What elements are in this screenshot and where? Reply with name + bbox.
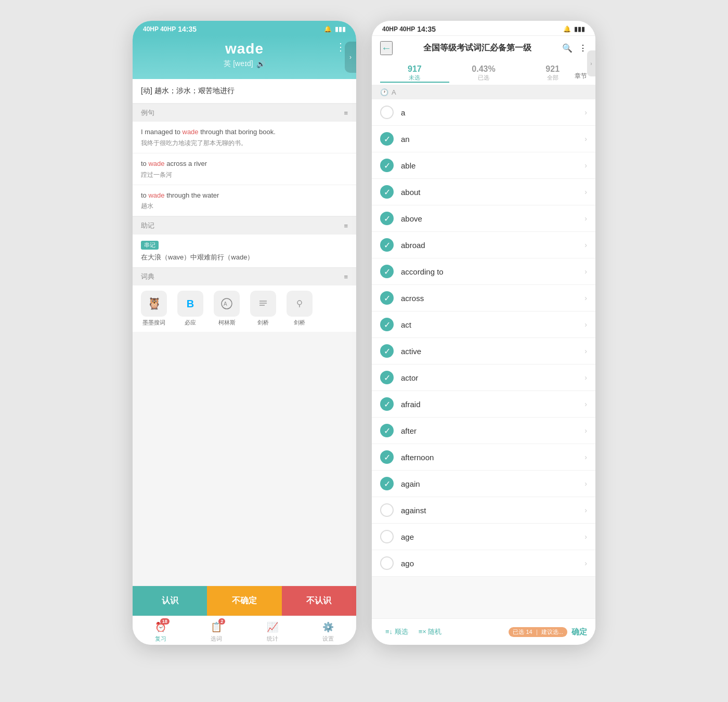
check-across[interactable]: ✓: [380, 291, 394, 305]
arrow-abroad: ›: [584, 241, 587, 249]
word-row-after[interactable]: ✓ after ›: [372, 418, 595, 444]
settings-icon: ⚙️: [321, 620, 335, 634]
nav-settings[interactable]: ⚙️ 设置: [301, 620, 357, 643]
section-a-label: A: [392, 88, 396, 96]
check-again[interactable]: ✓: [380, 477, 394, 490]
arrow-above: ›: [584, 214, 587, 223]
word-row-about[interactable]: ✓ about ›: [372, 179, 595, 205]
word-row-a[interactable]: a ›: [372, 99, 595, 126]
word-row-afraid[interactable]: ✓ afraid ›: [372, 391, 595, 418]
dict-item-cambridge2[interactable]: 剑桥: [287, 291, 313, 327]
word-about: about: [401, 188, 584, 197]
chapter-button[interactable]: 章节: [575, 72, 587, 81]
check-able[interactable]: ✓: [380, 159, 394, 172]
slide-right-arrow[interactable]: ›: [345, 42, 356, 73]
word-row-again[interactable]: ✓ again ›: [372, 471, 595, 497]
menu-icon[interactable]: ⋮: [579, 43, 587, 53]
word-row-afternoon[interactable]: ✓ afternoon ›: [372, 444, 595, 471]
check-about[interactable]: ✓: [380, 185, 394, 199]
check-active[interactable]: ✓: [380, 344, 394, 358]
dict-item-collins[interactable]: A 柯林斯: [214, 291, 240, 327]
battery-icon: ▮▮▮: [335, 25, 346, 33]
check-after[interactable]: ✓: [380, 424, 394, 437]
search-icon[interactable]: 🔍: [562, 43, 573, 53]
know-button[interactable]: 认识: [133, 586, 207, 616]
word-row-ago[interactable]: ago ›: [372, 550, 595, 577]
slide-right-arrow-right[interactable]: ›: [587, 50, 595, 76]
check-above[interactable]: ✓: [380, 212, 394, 225]
sound-icon[interactable]: 🔊: [256, 60, 265, 68]
word-active: active: [401, 347, 584, 356]
check-against[interactable]: [380, 503, 394, 517]
stat-selected-pct[interactable]: 0.43% 已选: [449, 64, 518, 83]
mnemonic-tag: 串记: [141, 241, 159, 250]
check-age[interactable]: [380, 530, 394, 543]
arrow-after: ›: [584, 426, 587, 435]
word-afternoon: afternoon: [401, 453, 584, 462]
right-title: 全国等级考试词汇必备第一级: [393, 43, 562, 54]
mnemonic-sort-icon[interactable]: ≡: [344, 222, 348, 230]
unknown-button[interactable]: 不认识: [282, 586, 356, 616]
random-button[interactable]: ≡× 随机: [413, 624, 447, 640]
wordlist-label: 选词: [211, 635, 222, 643]
dict-item-cambridge1[interactable]: 剑桥: [250, 291, 276, 327]
word-actor: actor: [401, 373, 584, 382]
word-age: age: [401, 532, 584, 541]
arrow-able: ›: [584, 161, 587, 170]
word-row-across[interactable]: ✓ across ›: [372, 285, 595, 311]
arrow-ago: ›: [584, 559, 587, 567]
dict-label: 词典: [141, 272, 154, 281]
check-according[interactable]: ✓: [380, 265, 394, 278]
section-header-a: 🕐 A: [372, 85, 595, 99]
examples-section-header: 例句 ≡: [133, 103, 356, 122]
stat-pct-label: 已选: [449, 74, 518, 82]
check-afternoon[interactable]: ✓: [380, 450, 394, 464]
word-across: across: [401, 294, 584, 303]
definition-box: [动] 趟水；涉水；艰苦地进行: [133, 79, 356, 103]
word-according: according to: [401, 267, 584, 276]
time-left: 14:35: [178, 25, 197, 33]
nav-wordlist[interactable]: 📋 2 选词: [189, 620, 245, 643]
check-a[interactable]: [380, 106, 394, 119]
word-row-act[interactable]: ✓ act ›: [372, 311, 595, 338]
check-abroad[interactable]: ✓: [380, 238, 394, 252]
word-against: against: [401, 506, 584, 515]
word-title: wade: [225, 41, 264, 57]
check-an[interactable]: ✓: [380, 132, 394, 146]
mnemonic-text: 在大浪（wave）中艰难前行（wade）: [141, 253, 348, 262]
menu-dots-icon[interactable]: ⋮: [335, 41, 346, 53]
sort-button[interactable]: ≡↓ 顺选: [380, 624, 413, 640]
word-row-able[interactable]: ✓ able ›: [372, 152, 595, 179]
word-row-against[interactable]: against ›: [372, 497, 595, 524]
check-actor[interactable]: ✓: [380, 371, 394, 384]
word-row-according[interactable]: ✓ according to ›: [372, 258, 595, 285]
stat-unselected[interactable]: 917 未选: [380, 64, 449, 83]
word-row-actor[interactable]: ✓ actor ›: [372, 365, 595, 391]
check-ago[interactable]: [380, 556, 394, 570]
definition-text: [动] 趟水；涉水；艰苦地进行: [141, 86, 235, 95]
nav-stats[interactable]: 📈 统计: [244, 620, 301, 643]
dict-item-bing[interactable]: B 必应: [177, 291, 203, 327]
word-row-active[interactable]: ✓ active ›: [372, 338, 595, 365]
examples-label: 例句: [141, 108, 154, 118]
sort-icon[interactable]: ≡: [344, 109, 348, 117]
highlight-word-3: wade: [148, 191, 164, 199]
dict-sort-icon[interactable]: ≡: [344, 273, 348, 281]
left-phone: 40HP 40HP 14:35 🔔 ▮▮▮ ⋮ wade 英 [weɪd] 🔊 …: [133, 21, 356, 645]
back-button[interactable]: ←: [380, 41, 393, 55]
battery-icon-right: ▮▮▮: [574, 25, 585, 33]
check-afraid[interactable]: ✓: [380, 397, 394, 411]
mnemonic-section: 串记 在大浪（wave）中艰难前行（wade）: [133, 235, 356, 267]
dict-item-momo[interactable]: 🦉 墨墨搜词: [141, 291, 167, 327]
word-row-abroad[interactable]: ✓ abroad ›: [372, 232, 595, 258]
nav-review[interactable]: ⏰ 18 复习: [133, 620, 189, 643]
review-label: 复习: [155, 635, 166, 643]
word-row-above[interactable]: ✓ above ›: [372, 205, 595, 232]
word-row-an[interactable]: ✓ an ›: [372, 126, 595, 152]
check-act[interactable]: ✓: [380, 318, 394, 331]
arrow-against: ›: [584, 506, 587, 514]
unsure-button[interactable]: 不确定: [207, 586, 281, 616]
pronunciation: 英 [weɪd] 🔊: [224, 59, 265, 69]
word-row-age[interactable]: age ›: [372, 524, 595, 550]
confirm-button[interactable]: 确定: [571, 627, 587, 637]
